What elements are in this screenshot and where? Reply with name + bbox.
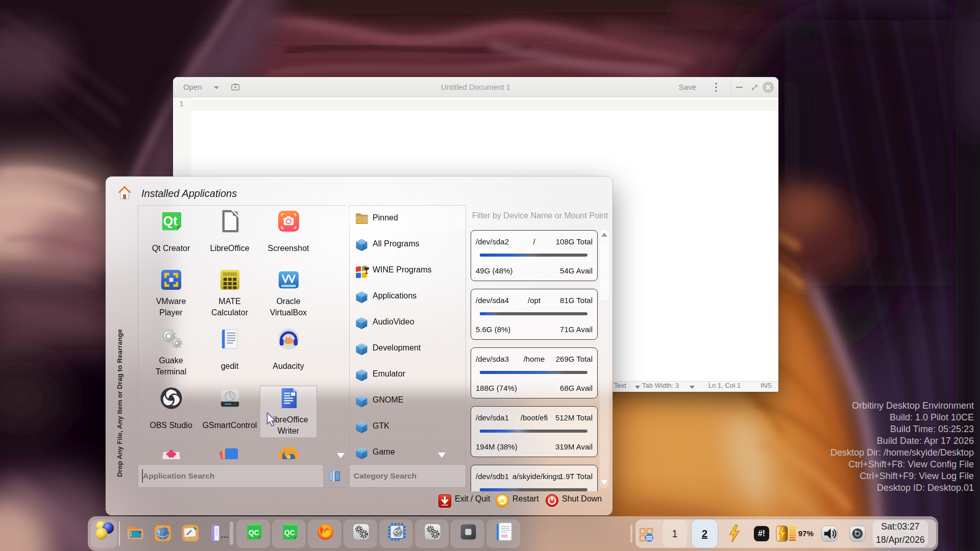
svg-text:QC: QC	[249, 529, 259, 537]
svg-text:QC: QC	[284, 529, 295, 537]
svg-text:Qt: Qt	[163, 214, 178, 228]
